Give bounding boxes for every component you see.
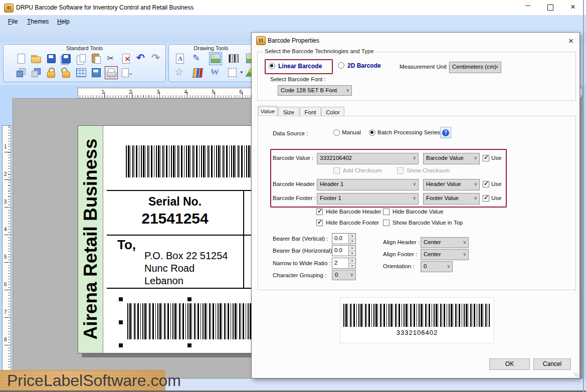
barcode-tool-icon: [228, 53, 240, 65]
print-button[interactable]: [105, 66, 118, 79]
barcode-footer-combo[interactable]: Footer 1: [317, 193, 419, 205]
undo-button[interactable]: [135, 52, 148, 65]
header-type-combo[interactable]: Header Value: [423, 179, 480, 190]
footer-type-combo[interactable]: Footer Value: [423, 193, 480, 205]
delete-button[interactable]: [120, 52, 133, 65]
paste-button[interactable]: [90, 52, 103, 65]
minimize-button[interactable]: ─: [520, 0, 535, 15]
orientation-combo[interactable]: 0: [421, 261, 453, 272]
redo-button[interactable]: [150, 52, 163, 65]
bearer-vertical-spinner[interactable]: 0.0▴▾: [332, 233, 356, 244]
cut-button[interactable]: [105, 52, 118, 65]
exit-button[interactable]: [120, 66, 133, 79]
spinner-buttons[interactable]: ▴▾: [348, 246, 355, 256]
narrow-wide-spinner[interactable]: 2▴▾: [332, 258, 356, 269]
batch-processing-label[interactable]: Batch Processing Series: [377, 129, 440, 135]
hide-barcode-value-label[interactable]: Hide Barcode Value: [393, 209, 443, 215]
use-footer-label[interactable]: Use: [491, 195, 501, 201]
selection-handle[interactable]: [119, 343, 123, 347]
new-document-button[interactable]: [15, 52, 28, 65]
watermark-tool-button[interactable]: [209, 66, 221, 79]
menu-themes[interactable]: Themes: [24, 15, 52, 28]
add-checksum-checkbox[interactable]: [333, 167, 340, 174]
maximize-button[interactable]: [543, 0, 558, 15]
label-side-band[interactable]: Airena Retail Business: [78, 126, 103, 353]
save-button[interactable]: [45, 52, 58, 65]
star-shape-tool-button[interactable]: [174, 66, 186, 79]
spin-up-icon[interactable]: ▴: [349, 234, 355, 239]
help-button[interactable]: ?: [440, 127, 451, 138]
batch-processing-radio[interactable]: [369, 129, 375, 136]
spinner-buttons[interactable]: ▴▾: [348, 234, 355, 244]
barcode-font-select[interactable]: Code 128 SET B Font: [278, 85, 352, 96]
barcode-value-type-combo[interactable]: Barcode Value: [423, 153, 480, 164]
tab-font[interactable]: Font: [300, 107, 321, 117]
image-tool-button[interactable]: [209, 52, 222, 65]
tab-size[interactable]: Size: [278, 107, 299, 117]
spin-down-icon[interactable]: ▾: [349, 239, 355, 244]
pencil-tool-button[interactable]: [191, 52, 204, 65]
selection-handle[interactable]: [119, 297, 123, 301]
menu-help[interactable]: Help: [54, 15, 73, 28]
use-value-label[interactable]: Use: [491, 155, 501, 161]
spinner-buttons[interactable]: ▴▾: [348, 258, 355, 268]
tab-color[interactable]: Color: [321, 107, 344, 117]
2d-barcode-label[interactable]: 2D Barcode: [347, 62, 381, 69]
use-footer-checkbox[interactable]: [483, 195, 489, 202]
dialog-close-button[interactable]: ×: [565, 36, 576, 46]
copy-button[interactable]: [75, 52, 88, 65]
bearer-horizontal-spinner[interactable]: 0.0▴▾: [332, 245, 356, 256]
linear-barcode-radio[interactable]: [269, 63, 275, 69]
serial-block[interactable]: Serial No. 21541254: [107, 195, 243, 227]
spin-down-icon[interactable]: ▾: [349, 264, 355, 269]
linear-barcode-label[interactable]: Linear Barcode: [278, 63, 322, 70]
ok-button[interactable]: OK: [489, 358, 530, 370]
2d-barcode-radio[interactable]: [338, 62, 344, 69]
use-value-checkbox[interactable]: [483, 155, 489, 161]
selection-handle[interactable]: [187, 297, 191, 301]
resize-grip[interactable]: [574, 372, 578, 376]
save-all-button[interactable]: [60, 52, 73, 65]
align-footer-combo[interactable]: Center: [421, 249, 469, 260]
barcode-value-combo[interactable]: 3332106402: [317, 153, 419, 164]
hide-barcode-footer-checkbox[interactable]: [316, 220, 323, 226]
use-header-label[interactable]: Use: [491, 181, 501, 187]
measurement-unit-select[interactable]: Centimeters (cm): [449, 62, 501, 73]
character-grouping-combo[interactable]: 0: [332, 270, 356, 280]
unlock-button[interactable]: [60, 66, 73, 79]
menu-file[interactable]: File: [5, 15, 21, 28]
hide-barcode-value-checkbox[interactable]: [383, 209, 389, 215]
use-header-checkbox[interactable]: [483, 181, 489, 187]
selection-handle[interactable]: [119, 320, 123, 324]
manual-radio[interactable]: [333, 129, 340, 136]
lock-button[interactable]: [45, 66, 58, 79]
close-button[interactable]: ×: [565, 0, 580, 15]
align-header-combo[interactable]: Center: [421, 237, 469, 248]
hide-barcode-header-checkbox[interactable]: [316, 209, 323, 215]
export-image-button[interactable]: [90, 66, 103, 79]
open-folder-button[interactable]: [30, 52, 43, 65]
show-barcode-value-top-label[interactable]: Show Barcode Value in Top: [393, 220, 463, 226]
selection-handle[interactable]: [187, 343, 191, 347]
show-barcode-value-top-checkbox[interactable]: [383, 220, 389, 226]
library-tool-button[interactable]: [191, 66, 204, 79]
label-side-text[interactable]: Airena Retail Business: [78, 126, 103, 353]
hide-barcode-footer-label[interactable]: Hide Barcode Footer: [326, 220, 379, 226]
tab-value[interactable]: Value: [258, 106, 278, 117]
cancel-button[interactable]: Cancel: [533, 358, 571, 370]
barcode-tool-button[interactable]: [228, 52, 240, 65]
bring-to-front-button[interactable]: [15, 66, 28, 79]
manual-label[interactable]: Manual: [342, 129, 361, 135]
grid-button[interactable]: [75, 66, 88, 79]
spin-up-icon[interactable]: ▴: [349, 258, 355, 264]
hide-barcode-header-label[interactable]: Hide Barcode Header: [326, 209, 381, 215]
show-checksum-checkbox[interactable]: [397, 167, 404, 174]
to-label[interactable]: To,: [117, 237, 136, 253]
frame-tool-button[interactable]: [227, 66, 239, 79]
barcode-header-combo[interactable]: Header 1: [317, 179, 419, 190]
spin-up-icon[interactable]: ▴: [349, 246, 355, 251]
send-to-back-button[interactable]: [30, 66, 43, 79]
spin-down-icon[interactable]: ▾: [349, 251, 355, 256]
text-tool-button[interactable]: [174, 52, 186, 65]
address-block[interactable]: P.O. Box 22 51254 Nunc Road Lebanon: [144, 250, 228, 287]
